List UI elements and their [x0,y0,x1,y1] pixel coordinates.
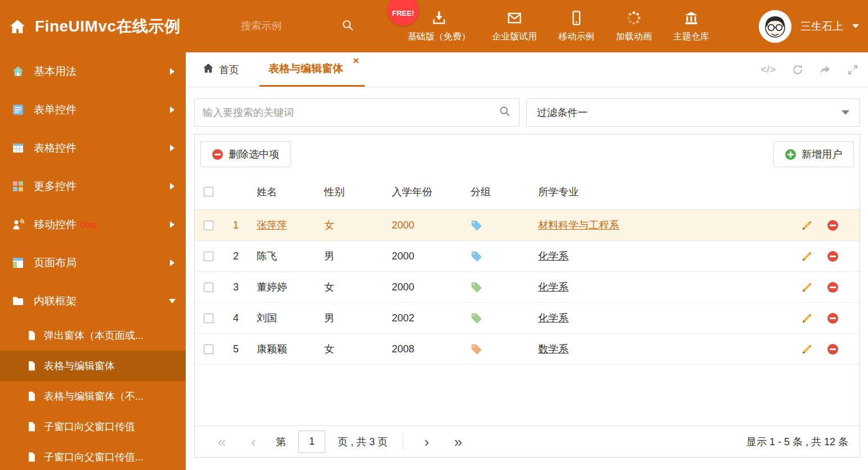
blocks-icon [11,180,25,193]
window-actions: </> [760,52,859,87]
table-row[interactable]: 4 刘国 男 2002 化学系 [195,303,860,334]
form-icon [11,103,25,117]
add-user-button[interactable]: 新增用户 [773,141,854,167]
sidebar-subitem-child-to-parent-2[interactable]: 子窗口向父窗口传值... [0,442,186,470]
cell-name[interactable]: 张萍萍 [250,218,317,232]
row-checkbox[interactable] [204,344,213,354]
cell-year: 2000 [385,250,464,262]
search-icon[interactable] [499,105,511,120]
chevron-right-icon [170,259,175,266]
header-search-input[interactable] [241,20,331,32]
col-header-major: 所学专业 [531,185,797,199]
folder-icon [11,294,25,308]
source-code-icon[interactable]: </> [760,64,776,75]
home-icon [11,65,25,78]
row-checkbox[interactable] [204,221,213,230]
sidebar-subitem-child-to-parent[interactable]: 子窗口向父窗口传值 [0,411,186,442]
tab-home[interactable]: 首页 [203,52,239,87]
row-checkbox[interactable] [204,283,213,292]
home-icon [203,62,214,77]
minus-circle-icon [212,149,223,160]
content: 过滤条件一 删除选中项 新增用户 [186,87,868,458]
header-nav: 基础版（免费） 企业版试用 移动示例 加载动画 [408,0,709,52]
row-number: 5 [222,343,250,355]
select-all-checkbox[interactable] [204,187,213,196]
user-menu[interactable]: 三生石上 [759,0,859,52]
nav-item-theme-repository[interactable]: 主题仓库 [673,10,709,43]
maximize-icon[interactable] [847,64,859,76]
keyword-search-input[interactable] [203,107,499,119]
tab-grid-edit-window[interactable]: 表格与编辑窗体 × [259,52,365,87]
first-page-button[interactable]: « [206,435,238,449]
sidebar-item-grid-controls[interactable]: 表格控件 [0,129,186,167]
header-search [241,0,355,52]
edit-icon[interactable] [801,343,813,355]
delete-icon[interactable] [827,251,838,262]
search-icon[interactable] [341,19,355,34]
cell-name: 陈飞 [250,249,317,263]
sidebar-item-form-controls[interactable]: 表单控件 [0,91,186,129]
envelope-icon [507,10,522,26]
nav-item-mobile-examples[interactable]: 移动示例 [558,10,594,43]
edit-icon[interactable] [801,250,813,262]
delete-icon[interactable] [827,282,838,293]
app-root: FineUIMvc在线示例 FREE! 基础版（免费） 企业版试用 [0,0,868,470]
table-row[interactable]: 5 康颖颖 女 2008 数学系 [195,334,860,365]
mobile-icon [569,10,584,26]
nav-item-enterprise-trial[interactable]: 企业版试用 [492,10,537,43]
spinner-icon [626,10,642,26]
major-link[interactable]: 材料科学与工程系 [538,220,619,231]
row-checkbox[interactable] [204,252,213,261]
sidebar-subitem-grid-edit-window-2[interactable]: 表格与编辑窗体（不... [0,381,186,411]
row-checkbox[interactable] [204,314,213,323]
table-row[interactable]: 2 陈飞 男 2000 化学系 [195,241,860,272]
top-header: FineUIMvc在线示例 FREE! 基础版（免费） 企业版试用 [0,0,868,52]
sidebar-item-page-layout[interactable]: 页面布局 [0,244,186,282]
table-row[interactable]: 3 董婷婷 女 2000 化学系 [195,272,860,303]
cell-year: 2000 [385,281,464,293]
table-row[interactable]: 1 张萍萍 女 2000 材料科学与工程系 [195,210,860,241]
edit-icon[interactable] [801,220,813,231]
cell-gender: 女 [317,342,385,356]
chevron-right-icon [170,68,175,75]
refresh-icon[interactable] [791,64,804,76]
tag-icon [471,281,482,293]
nav-item-loading-animations[interactable]: 加载动画 [616,10,652,43]
plus-circle-icon [785,149,796,160]
close-icon[interactable]: × [353,55,359,66]
open-new-window-icon[interactable] [819,64,831,76]
col-header-name: 姓名 [250,185,317,199]
col-header-year: 入学年份 [385,185,464,199]
page-number-input[interactable] [298,431,325,453]
edit-icon[interactable] [801,281,813,293]
col-header-gender: 性别 [317,185,385,199]
sidebar-subitem-grid-edit-window[interactable]: 表格与编辑窗体 [0,351,186,381]
delete-icon[interactable] [827,344,838,355]
sidebar-item-iframe[interactable]: 内联框架 [0,282,186,320]
prev-page-button[interactable]: ‹ [238,435,269,449]
delete-icon[interactable] [827,313,838,324]
major-link[interactable]: 化学系 [538,250,569,262]
cell-year: 2000 [385,220,464,231]
file-icon [26,391,37,402]
sidebar-item-mobile-controls[interactable]: 移动控件 Corp. [0,205,186,244]
sidebar-subitem-popup-window[interactable]: 弹出窗体（本页面或... [0,320,186,351]
edit-icon[interactable] [801,312,813,324]
delete-selected-button[interactable]: 删除选中项 [200,141,291,167]
major-link[interactable]: 化学系 [538,281,569,293]
next-page-button[interactable]: › [411,435,442,449]
delete-icon[interactable] [827,220,838,231]
file-icon [26,360,37,371]
mobile-signal-icon [11,218,25,231]
file-icon [26,330,37,341]
grid-toolbar: 删除选中项 新增用户 [195,135,860,174]
home-icon[interactable] [9,18,26,35]
divider [402,434,403,450]
filter-dropdown[interactable]: 过滤条件一 [526,99,860,127]
major-link[interactable]: 化学系 [538,312,569,324]
major-link[interactable]: 数学系 [538,343,569,355]
last-page-button[interactable]: » [442,435,474,449]
chevron-down-icon [842,110,849,115]
sidebar-item-more-controls[interactable]: 更多控件 [0,167,186,205]
sidebar-item-basic-usage[interactable]: 基本用法 [0,52,186,91]
